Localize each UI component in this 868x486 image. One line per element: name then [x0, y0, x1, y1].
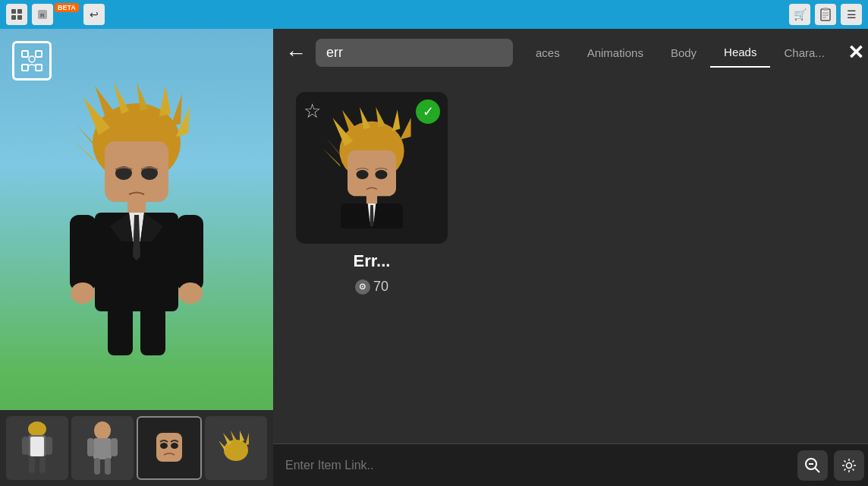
thumbnail-no-accessories[interactable]	[71, 416, 134, 480]
svg-marker-62	[219, 440, 226, 450]
svg-marker-21	[159, 86, 171, 116]
svg-point-37	[71, 282, 95, 304]
svg-rect-40	[140, 306, 165, 355]
zoom-out-button[interactable]	[797, 450, 828, 481]
tab-aces[interactable]: aces	[522, 39, 574, 67]
svg-point-48	[94, 421, 111, 440]
svg-point-41	[28, 421, 46, 437]
svg-rect-14	[36, 65, 42, 71]
svg-text:R: R	[40, 12, 45, 19]
svg-rect-46	[29, 456, 35, 473]
item-thumbnail[interactable]: ☆ ✓	[296, 92, 448, 244]
svg-rect-3	[17, 15, 22, 20]
price-value: 70	[373, 279, 388, 295]
svg-point-38	[178, 282, 203, 304]
svg-marker-59	[231, 431, 237, 442]
item-link-input[interactable]	[285, 459, 790, 472]
character-preview-panel	[0, 29, 273, 486]
svg-marker-78	[370, 205, 373, 227]
svg-point-74	[375, 170, 387, 179]
svg-rect-49	[93, 438, 112, 459]
close-button[interactable]: ✕	[848, 41, 864, 65]
menu-icon[interactable]: ☰	[841, 4, 862, 25]
svg-rect-50	[87, 438, 94, 456]
svg-rect-43	[30, 437, 44, 456]
svg-rect-45	[46, 437, 52, 455]
equipped-check-icon: ✓	[416, 99, 440, 124]
item-card[interactable]: ☆ ✓	[296, 92, 448, 295]
svg-marker-68	[392, 110, 401, 131]
back-button[interactable]: ←	[285, 41, 307, 65]
thumbnail-face[interactable]	[137, 416, 202, 480]
items-area: ☆ ✓	[273, 77, 868, 443]
main-layout: ← aces Animations Body Heads Chara... ✕ …	[0, 29, 868, 486]
svg-marker-61	[245, 433, 249, 446]
svg-point-56	[171, 443, 178, 449]
svg-marker-65	[342, 110, 358, 134]
bottom-bar	[273, 443, 868, 486]
svg-rect-47	[39, 456, 46, 473]
clipboard-icon[interactable]	[815, 4, 836, 25]
svg-point-55	[160, 443, 168, 449]
svg-marker-22	[171, 93, 182, 126]
svg-line-80	[815, 468, 819, 472]
tab-heads[interactable]: Heads	[710, 38, 770, 68]
svg-rect-51	[111, 438, 118, 456]
svg-rect-54	[156, 433, 182, 462]
svg-rect-0	[11, 9, 16, 14]
top-bar: R BETA ↩ 🛒 ☰	[0, 0, 868, 29]
svg-point-15	[29, 56, 35, 62]
tab-characters[interactable]: Chara...	[770, 39, 838, 67]
item-name: Err...	[354, 251, 391, 271]
home-icon[interactable]	[6, 4, 27, 25]
svg-rect-12	[36, 51, 42, 57]
svg-rect-52	[94, 458, 100, 475]
svg-rect-11	[22, 51, 28, 57]
svg-rect-2	[11, 15, 16, 20]
thumbnails-strip	[0, 410, 273, 486]
svg-point-82	[846, 462, 851, 468]
svg-rect-44	[22, 437, 29, 455]
svg-rect-72	[348, 150, 396, 196]
svg-marker-69	[400, 118, 410, 139]
svg-rect-39	[108, 306, 133, 355]
svg-rect-7	[823, 8, 828, 11]
search-input[interactable]	[316, 39, 513, 67]
settings-button[interactable]	[834, 450, 864, 481]
svg-rect-1	[17, 9, 22, 14]
tab-body[interactable]: Body	[657, 39, 710, 67]
svg-point-73	[357, 170, 369, 179]
top-bar-right: 🛒 ☰	[789, 4, 862, 25]
search-header: ← aces Animations Body Heads Chara... ✕	[273, 29, 868, 77]
thumbnail-hair[interactable]	[205, 416, 267, 480]
nav-tabs-row: aces Animations Body Heads Chara...	[522, 38, 838, 68]
cart-icon[interactable]: 🛒	[789, 4, 810, 25]
svg-rect-36	[177, 215, 203, 291]
svg-rect-35	[70, 215, 96, 291]
item-price: ⊙ 70	[355, 279, 388, 295]
character-3d-preview	[38, 74, 235, 363]
svg-rect-13	[22, 65, 28, 71]
robux-icon: ⊙	[355, 279, 370, 295]
tab-animations[interactable]: Animations	[574, 39, 657, 67]
beta-badge: BETA	[55, 3, 79, 12]
bottom-actions	[797, 450, 864, 481]
svg-rect-53	[105, 458, 111, 475]
roblox-logo-icon: R	[32, 4, 53, 25]
thumbnail-full-body[interactable]	[6, 416, 68, 480]
right-panel: ← aces Animations Body Heads Chara... ✕ …	[273, 29, 868, 486]
svg-marker-60	[240, 431, 244, 442]
favorite-star-icon[interactable]: ☆	[303, 99, 321, 123]
svg-marker-71	[323, 149, 341, 167]
undo-icon[interactable]: ↩	[83, 4, 105, 25]
